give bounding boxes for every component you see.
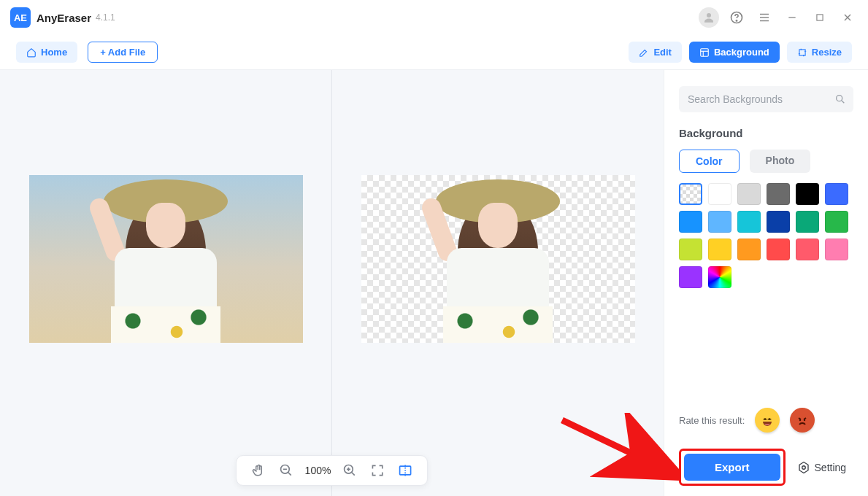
fullscreen-icon bbox=[370, 463, 385, 478]
export-button[interactable]: Export bbox=[684, 454, 780, 481]
minimize-icon bbox=[786, 12, 798, 23]
swatch-rainbow[interactable] bbox=[708, 266, 731, 288]
setting-label: Setting bbox=[815, 462, 847, 473]
swatch-pink[interactable] bbox=[825, 239, 848, 260]
help-button[interactable] bbox=[726, 7, 747, 28]
svg-line-15 bbox=[288, 473, 291, 476]
swatch-red[interactable] bbox=[767, 239, 790, 260]
angry-emoji-icon bbox=[794, 411, 811, 429]
resize-label: Resize bbox=[812, 47, 842, 58]
home-icon bbox=[26, 47, 37, 58]
swatch-cyan[interactable] bbox=[737, 211, 761, 233]
swatch-white[interactable] bbox=[708, 183, 731, 205]
zoom-out-icon bbox=[279, 463, 293, 478]
svg-line-18 bbox=[352, 473, 355, 476]
search-input[interactable] bbox=[679, 86, 853, 112]
edit-button[interactable]: Edit bbox=[629, 42, 682, 63]
canvas-area: 100% bbox=[0, 70, 664, 496]
rate-positive-button[interactable] bbox=[755, 408, 780, 433]
rate-row: Rate this result: bbox=[679, 408, 853, 433]
help-icon bbox=[729, 10, 744, 25]
svg-point-26 bbox=[804, 419, 805, 421]
export-highlight: Export bbox=[679, 449, 786, 486]
svg-rect-10 bbox=[701, 48, 709, 56]
app-version: 4.1.1 bbox=[96, 12, 115, 23]
maximize-icon bbox=[815, 12, 825, 23]
tab-color[interactable]: Color bbox=[679, 150, 740, 173]
hand-icon bbox=[251, 463, 266, 478]
svg-point-25 bbox=[799, 419, 801, 421]
split-compare-icon bbox=[398, 463, 412, 478]
laugh-emoji-icon bbox=[758, 411, 776, 429]
export-row: Export Setting bbox=[679, 449, 853, 486]
swatch-transparent[interactable] bbox=[679, 183, 702, 205]
svg-rect-13 bbox=[799, 49, 805, 55]
original-image[interactable] bbox=[29, 175, 303, 343]
zoom-out-button[interactable] bbox=[277, 462, 295, 479]
main-area: 100% Background Color Photo bbox=[0, 70, 868, 496]
maximize-button[interactable] bbox=[810, 7, 830, 28]
swatch-sky-blue[interactable] bbox=[679, 211, 702, 233]
svg-point-2 bbox=[736, 20, 737, 21]
edit-icon bbox=[639, 47, 649, 58]
close-icon bbox=[842, 12, 853, 23]
svg-rect-7 bbox=[817, 15, 823, 20]
color-swatches bbox=[679, 183, 853, 288]
swatch-yellow[interactable] bbox=[708, 239, 731, 260]
setting-button[interactable]: Setting bbox=[797, 461, 847, 474]
pan-tool-button[interactable] bbox=[250, 462, 267, 479]
swatch-orange[interactable] bbox=[737, 239, 761, 260]
swatch-dark-gray[interactable] bbox=[767, 183, 790, 205]
swatch-coral[interactable] bbox=[796, 239, 819, 260]
svg-marker-27 bbox=[799, 462, 808, 473]
edit-label: Edit bbox=[653, 47, 672, 58]
swatch-green[interactable] bbox=[825, 211, 848, 233]
sidebar: Background Color Photo Rate this result:… bbox=[664, 70, 868, 496]
titlebar: AE AnyEraser 4.1.1 bbox=[0, 0, 868, 35]
background-icon bbox=[699, 47, 710, 58]
zoom-in-button[interactable] bbox=[341, 462, 358, 479]
close-button[interactable] bbox=[837, 7, 858, 28]
main-toolbar: Home + Add File Edit Background Resize bbox=[0, 35, 868, 70]
home-label: Home bbox=[41, 47, 67, 58]
original-panel bbox=[0, 70, 331, 496]
svg-point-23 bbox=[837, 96, 842, 101]
swatch-purple[interactable] bbox=[679, 266, 702, 288]
zoom-level: 100% bbox=[305, 465, 331, 476]
swatch-light-gray[interactable] bbox=[737, 183, 761, 205]
account-avatar[interactable] bbox=[699, 7, 719, 28]
add-file-label: + Add File bbox=[100, 47, 145, 58]
add-file-button[interactable]: + Add File bbox=[88, 42, 158, 63]
search-icon bbox=[834, 93, 846, 105]
swatch-teal[interactable] bbox=[796, 211, 819, 233]
background-button[interactable]: Background bbox=[689, 42, 780, 63]
swatch-light-blue[interactable] bbox=[708, 211, 731, 233]
gear-icon bbox=[797, 461, 810, 474]
swatch-lime[interactable] bbox=[679, 239, 702, 260]
svg-line-24 bbox=[842, 101, 844, 103]
menu-button[interactable] bbox=[754, 7, 775, 28]
fit-screen-button[interactable] bbox=[369, 462, 386, 479]
tab-photo[interactable]: Photo bbox=[750, 150, 811, 173]
result-image[interactable] bbox=[361, 175, 635, 343]
swatch-black[interactable] bbox=[796, 183, 819, 205]
background-label: Background bbox=[714, 47, 769, 58]
rate-label: Rate this result: bbox=[679, 415, 745, 426]
minimize-button[interactable] bbox=[782, 7, 802, 28]
background-section-title: Background bbox=[679, 127, 853, 139]
result-panel bbox=[332, 70, 664, 496]
rate-negative-button[interactable] bbox=[790, 408, 815, 433]
app-logo: AE bbox=[10, 7, 31, 28]
resize-icon bbox=[797, 47, 807, 58]
home-button[interactable]: Home bbox=[16, 42, 77, 63]
svg-point-28 bbox=[802, 465, 805, 469]
swatch-blue[interactable] bbox=[825, 183, 848, 205]
zoom-toolbar: 100% bbox=[236, 455, 429, 486]
hamburger-icon bbox=[758, 11, 771, 24]
swatch-navy[interactable] bbox=[767, 211, 790, 233]
resize-button[interactable]: Resize bbox=[787, 42, 852, 63]
search-backgrounds bbox=[679, 86, 853, 112]
zoom-in-icon bbox=[342, 463, 357, 478]
compare-button[interactable] bbox=[396, 462, 414, 479]
svg-point-0 bbox=[707, 13, 711, 18]
